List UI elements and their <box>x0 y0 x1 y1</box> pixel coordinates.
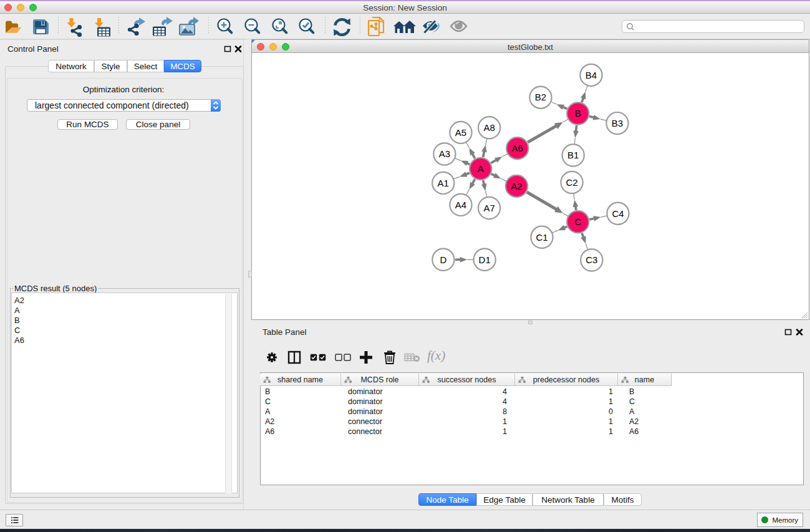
svg-text:C3: C3 <box>586 254 597 265</box>
svg-text:C4: C4 <box>612 208 624 219</box>
svg-text:A6: A6 <box>512 143 523 153</box>
svg-text:D1: D1 <box>479 254 491 265</box>
svg-text:B4: B4 <box>586 70 597 80</box>
svg-text:B1: B1 <box>567 150 579 160</box>
svg-text:A4: A4 <box>455 200 466 210</box>
svg-text:C1: C1 <box>536 232 547 243</box>
svg-text:B: B <box>575 108 581 118</box>
svg-text:A3: A3 <box>439 148 450 159</box>
svg-text:A8: A8 <box>483 122 494 133</box>
svg-text:C: C <box>574 216 581 227</box>
svg-text:A7: A7 <box>483 203 494 213</box>
svg-text:A5: A5 <box>455 127 466 138</box>
svg-text:A1: A1 <box>438 178 449 188</box>
svg-text:B3: B3 <box>612 118 623 128</box>
svg-text:A2: A2 <box>511 181 522 191</box>
svg-text:A: A <box>478 163 484 174</box>
svg-text:C2: C2 <box>566 177 578 188</box>
svg-text:B2: B2 <box>535 92 546 102</box>
svg-text:D: D <box>440 254 446 265</box>
